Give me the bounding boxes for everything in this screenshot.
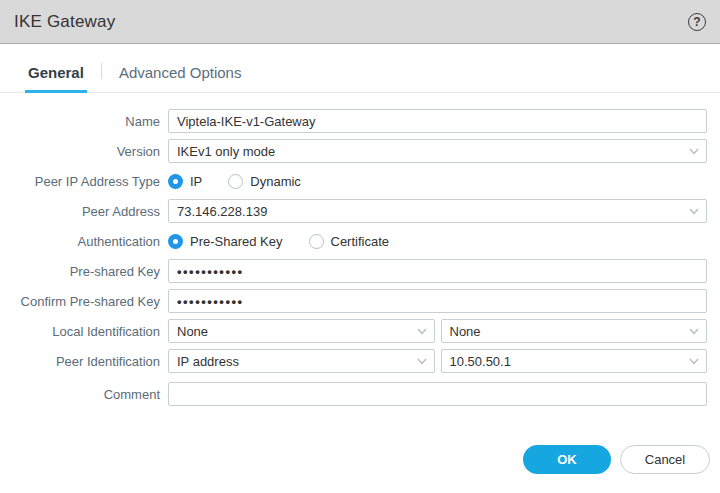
peer-identification-id-select[interactable]: 10.50.50.1	[441, 349, 708, 373]
confirm-pre-shared-key-row: Confirm Pre-shared Key	[0, 289, 707, 313]
tab-separator	[101, 63, 102, 79]
radio-unselected-icon	[228, 174, 243, 189]
local-identification-row: Local Identification None None	[0, 319, 707, 343]
tab-general[interactable]: General	[25, 58, 87, 93]
name-input[interactable]	[168, 109, 707, 133]
peer-address-label: Peer Address	[0, 204, 160, 219]
help-icon[interactable]: ?	[688, 13, 706, 31]
version-row: Version IKEv1 only mode	[0, 139, 707, 163]
ok-button[interactable]: OK	[523, 445, 611, 474]
radio-ip[interactable]: IP	[168, 174, 202, 189]
general-form: Name Version IKEv1 only mode Peer IP Add…	[0, 93, 720, 406]
radio-ip-label: IP	[190, 174, 202, 189]
version-select[interactable]: IKEv1 only mode	[168, 139, 707, 163]
pre-shared-key-input[interactable]	[168, 259, 707, 283]
pre-shared-key-row: Pre-shared Key	[0, 259, 707, 283]
confirm-pre-shared-key-input[interactable]	[168, 289, 707, 313]
peer-ip-type-row: Peer IP Address Type IP Dynamic	[0, 169, 707, 193]
local-identification-label: Local Identification	[0, 324, 160, 339]
chevron-down-icon	[687, 324, 701, 338]
chevron-down-icon	[687, 204, 701, 218]
comment-row: Comment	[0, 382, 707, 406]
local-identification-type-value: None	[177, 324, 208, 339]
version-label: Version	[0, 144, 160, 159]
tab-advanced-options[interactable]: Advanced Options	[116, 58, 245, 93]
authentication-radio-group: Pre-Shared Key Certificate	[168, 234, 707, 249]
peer-identification-fields: IP address 10.50.50.1	[168, 349, 707, 373]
local-identification-id-value: None	[450, 324, 481, 339]
dialog-footer: OK Cancel	[523, 445, 710, 474]
radio-dynamic[interactable]: Dynamic	[228, 174, 301, 189]
dialog-title: IKE Gateway	[14, 12, 115, 32]
authentication-label: Authentication	[0, 234, 160, 249]
radio-selected-icon	[168, 174, 183, 189]
radio-certificate-label: Certificate	[331, 234, 390, 249]
comment-input[interactable]	[168, 382, 707, 406]
peer-identification-row: Peer Identification IP address 10.50.50.…	[0, 349, 707, 373]
local-identification-type-select[interactable]: None	[168, 319, 435, 343]
tab-bar: General Advanced Options	[0, 58, 720, 93]
peer-identification-label: Peer Identification	[0, 354, 160, 369]
radio-selected-icon	[168, 234, 183, 249]
chevron-down-icon	[415, 354, 429, 368]
chevron-down-icon	[687, 144, 701, 158]
peer-identification-id-value: 10.50.50.1	[450, 354, 511, 369]
peer-address-select[interactable]: 73.146.228.139	[168, 199, 707, 223]
confirm-pre-shared-key-label: Confirm Pre-shared Key	[0, 294, 160, 309]
radio-certificate[interactable]: Certificate	[309, 234, 390, 249]
ike-gateway-dialog: IKE Gateway ? General Advanced Options N…	[0, 0, 720, 493]
comment-label: Comment	[0, 387, 160, 402]
authentication-row: Authentication Pre-Shared Key Certificat…	[0, 229, 707, 253]
local-identification-fields: None None	[168, 319, 707, 343]
pre-shared-key-label: Pre-shared Key	[0, 264, 160, 279]
name-label: Name	[0, 114, 160, 129]
peer-address-row: Peer Address 73.146.228.139	[0, 199, 707, 223]
local-identification-id-select[interactable]: None	[441, 319, 708, 343]
dialog-titlebar: IKE Gateway ?	[0, 0, 720, 44]
chevron-down-icon	[415, 324, 429, 338]
peer-ip-type-radio-group: IP Dynamic	[168, 174, 707, 189]
peer-identification-type-select[interactable]: IP address	[168, 349, 435, 373]
cancel-button[interactable]: Cancel	[620, 445, 710, 474]
radio-pre-shared-key[interactable]: Pre-Shared Key	[168, 234, 283, 249]
peer-ip-type-label: Peer IP Address Type	[0, 174, 160, 189]
peer-address-value: 73.146.228.139	[177, 204, 267, 219]
radio-pre-shared-key-label: Pre-Shared Key	[190, 234, 283, 249]
peer-identification-type-value: IP address	[177, 354, 239, 369]
radio-unselected-icon	[309, 234, 324, 249]
version-select-value: IKEv1 only mode	[177, 144, 275, 159]
radio-dynamic-label: Dynamic	[250, 174, 301, 189]
chevron-down-icon	[687, 354, 701, 368]
name-row: Name	[0, 109, 707, 133]
